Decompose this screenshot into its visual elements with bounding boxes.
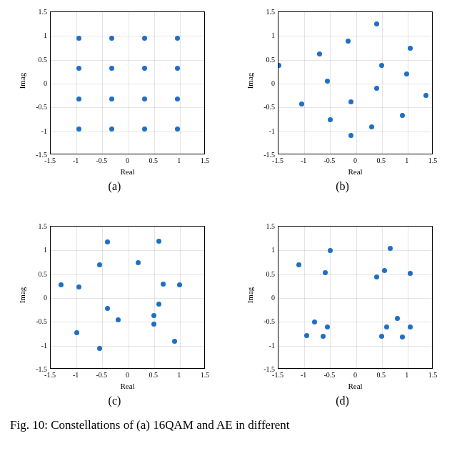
data-point bbox=[175, 96, 180, 101]
x-axis-label: Real bbox=[278, 382, 433, 390]
panel-d: Real Imag -1.5-1-0.500.511.5-1.5-1-0.500… bbox=[236, 222, 448, 407]
gridline-v bbox=[76, 12, 77, 154]
gridline-v bbox=[382, 12, 383, 154]
x-axis-label: Real bbox=[278, 167, 433, 176]
y-tick-label: 1 bbox=[251, 31, 275, 39]
data-point bbox=[109, 127, 114, 132]
data-point bbox=[175, 127, 180, 132]
data-point bbox=[304, 333, 309, 338]
y-tick-label: -0.5 bbox=[251, 317, 275, 325]
data-point bbox=[97, 346, 102, 351]
scatter-plot-c: Real Imag -1.5-1-0.500.511.5-1.5-1-0.500… bbox=[20, 222, 209, 392]
page: Real Imag -1.5-1-0.500.511.5-1.5-1-0.500… bbox=[0, 0, 457, 476]
gridline-v bbox=[154, 227, 155, 368]
x-axis-label: Real bbox=[50, 382, 205, 390]
y-tick-label: 0 bbox=[251, 294, 275, 302]
plot-area bbox=[50, 226, 205, 369]
x-tick-label: 1.5 bbox=[201, 157, 210, 164]
gridline-h bbox=[51, 346, 204, 347]
gridline-h bbox=[51, 250, 204, 251]
gridline-v bbox=[408, 227, 408, 368]
panel-a: Real Imag -1.5-1-0.500.511.5-1.5-1-0.500… bbox=[9, 7, 221, 193]
y-tick-label: -1.5 bbox=[23, 365, 47, 373]
y-tick-label: 1.5 bbox=[23, 8, 47, 16]
data-point bbox=[348, 99, 353, 104]
sub-caption-b: (b) bbox=[336, 180, 349, 193]
data-point bbox=[408, 46, 413, 51]
data-point bbox=[151, 313, 156, 318]
gridline-h bbox=[278, 36, 432, 36]
y-tick-label: 1 bbox=[23, 31, 47, 39]
y-tick-label: -1.5 bbox=[251, 151, 275, 159]
x-tick-label: 1 bbox=[177, 157, 181, 164]
x-tick-label: 0 bbox=[353, 371, 357, 379]
plot-area bbox=[278, 226, 433, 369]
x-tick-label: 1 bbox=[405, 157, 408, 164]
data-point bbox=[109, 66, 114, 71]
gridline-v bbox=[408, 12, 408, 154]
data-point bbox=[59, 282, 64, 287]
gridline-h bbox=[51, 36, 204, 36]
y-tick-label: -0.5 bbox=[251, 103, 275, 111]
y-tick-label: 1 bbox=[251, 246, 275, 254]
data-point bbox=[348, 133, 353, 138]
sub-caption-a: (a) bbox=[109, 180, 121, 193]
data-point bbox=[346, 39, 351, 44]
gridline-h bbox=[278, 132, 432, 132]
data-point bbox=[382, 268, 387, 273]
data-point bbox=[175, 66, 180, 71]
y-tick-label: -1 bbox=[251, 127, 275, 134]
data-point bbox=[321, 334, 326, 339]
y-tick-label: -1.5 bbox=[251, 365, 275, 373]
y-tick-label: 0 bbox=[23, 79, 47, 87]
y-tick-label: 0 bbox=[251, 79, 275, 87]
data-point bbox=[156, 302, 161, 307]
data-point bbox=[278, 63, 281, 68]
gridline-v bbox=[180, 227, 181, 368]
y-tick-label: -1.5 bbox=[23, 151, 47, 159]
data-point bbox=[105, 239, 110, 244]
x-tick-label: 1.5 bbox=[201, 371, 210, 379]
data-point bbox=[379, 334, 384, 339]
panel-c: Real Imag -1.5-1-0.500.511.5-1.5-1-0.500… bbox=[9, 222, 221, 407]
gridline-v bbox=[304, 227, 305, 368]
gridline-v bbox=[154, 12, 155, 154]
data-point bbox=[151, 322, 156, 327]
data-point bbox=[76, 66, 81, 71]
data-point bbox=[312, 319, 317, 324]
x-axis-label: Real bbox=[50, 167, 205, 176]
data-point bbox=[177, 282, 182, 287]
gridline-h bbox=[278, 322, 432, 322]
data-point bbox=[76, 284, 81, 289]
gridline-h bbox=[51, 132, 204, 132]
x-tick-label: -1 bbox=[73, 157, 79, 164]
gridline-h bbox=[278, 298, 432, 299]
gridline-h bbox=[278, 60, 432, 61]
gridline-h bbox=[51, 322, 204, 322]
gridline-v bbox=[330, 12, 331, 154]
gridline-h bbox=[51, 84, 204, 84]
data-point bbox=[408, 324, 413, 329]
data-point bbox=[369, 124, 374, 129]
data-point bbox=[384, 324, 389, 329]
gridline-h bbox=[278, 346, 432, 347]
y-tick-label: 0.5 bbox=[251, 269, 275, 277]
data-point bbox=[74, 330, 79, 335]
x-tick-label: 0.5 bbox=[376, 157, 386, 164]
data-point bbox=[175, 36, 180, 41]
y-tick-label: 1.5 bbox=[23, 222, 47, 230]
x-tick-label: -1 bbox=[73, 371, 79, 379]
gridline-v bbox=[102, 12, 103, 154]
y-tick-label: 1.5 bbox=[251, 8, 275, 16]
data-point bbox=[317, 51, 322, 56]
panel-b: Real Imag -1.5-1-0.500.511.5-1.5-1-0.500… bbox=[236, 7, 448, 193]
sub-caption-c: (c) bbox=[109, 395, 121, 407]
x-tick-label: -0.5 bbox=[96, 371, 107, 379]
x-tick-label: 0.5 bbox=[149, 157, 158, 164]
y-tick-label: 1.5 bbox=[251, 222, 275, 230]
gridline-v bbox=[129, 227, 129, 368]
x-tick-label: 1 bbox=[177, 371, 181, 379]
x-tick-label: -1 bbox=[301, 371, 306, 379]
data-point bbox=[142, 127, 147, 132]
data-point bbox=[161, 282, 166, 287]
